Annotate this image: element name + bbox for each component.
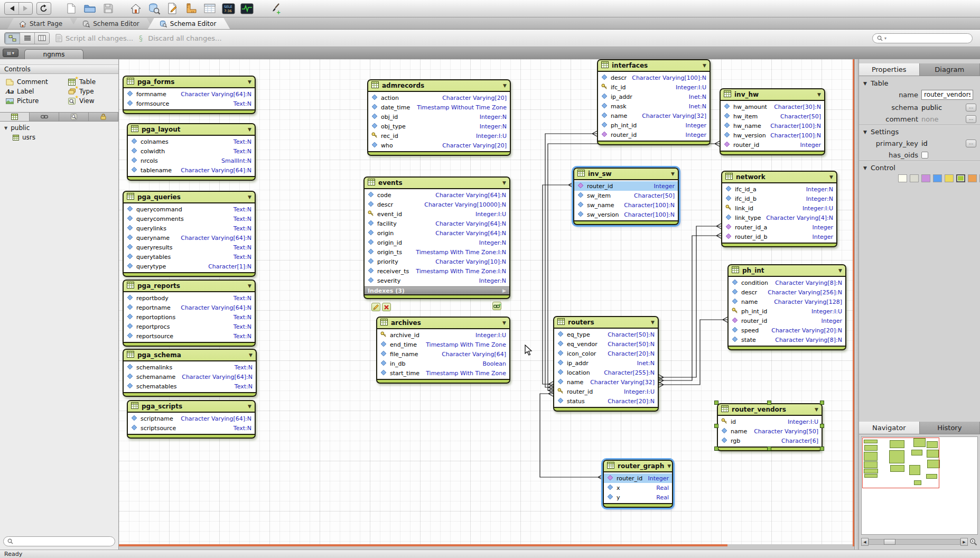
table-menu-caret-icon[interactable]: ▼ [248,127,251,132]
field-row-rec_id[interactable]: rec_idInteger:I:U [368,131,510,141]
field-row-name[interactable]: nameCharacter Varying[32] [554,377,658,387]
field-row-icon_color[interactable]: icon_colorCharacter[20]:N [554,349,658,358]
field-row-descr[interactable]: descrCharacter Varying[10000]:N [365,200,509,209]
delete-x-icon[interactable] [382,303,391,311]
entity-table-router_vendors[interactable]: router_vendors▼idInteger:I:UnameCharacte… [717,403,823,451]
field-row-router_id[interactable]: router_idInteger [729,316,845,326]
field-row-querytype[interactable]: querytypeCharacter[1]:N [124,262,255,271]
field-row-obj_id[interactable]: obj_idInteger:N [368,112,510,122]
field-row-status[interactable]: statusCharacter[20]:N [554,396,658,406]
collapse-triangle-icon[interactable]: ▼ [863,165,867,171]
tree-item-usrs[interactable]: usrs [13,134,35,141]
brush-add-icon[interactable]: + [267,2,282,15]
field-row-tablename[interactable]: tablenameCharacter Varying[64]:N [128,165,255,175]
field-row-ifc_id_a[interactable]: ifc_id_aInteger:N [722,184,836,194]
back-icon[interactable] [5,3,18,14]
field-row-origin[interactable]: originCharacter Varying[64]:N [365,228,509,238]
tree-item-public[interactable]: ▼ public [4,124,30,132]
palette-item-view[interactable]: ★ View [68,97,94,105]
field-row-severity[interactable]: severityInteger:N [365,276,509,285]
field-row-file_name[interactable]: file_nameCharacter Varying[64] [377,349,509,359]
add-reference-icon[interactable]: + [492,302,501,310]
table-menu-caret-icon[interactable]: ▼ [248,194,251,200]
field-row-facility[interactable]: facilityCharacter Varying[64]:N [365,219,509,228]
refresh-icon[interactable] [37,3,51,14]
section-settings[interactable]: ▼ Settings [863,128,899,136]
search-dropdown-caret[interactable]: ▾ [884,36,886,41]
field-row-reportoptions[interactable]: reportoptionsText:N [124,312,255,322]
table-header[interactable]: pga_layout▼ [128,124,255,135]
field-row-schemalinks[interactable]: schemalinksText:N [124,362,256,372]
field-row-schemaname[interactable]: schemanameCharacter Varying[64]:N [124,372,256,382]
field-row-querycomments[interactable]: querycommentsText:N [124,214,255,224]
field-row-colnames[interactable]: colnamesText:N [128,137,255,146]
field-row-querycommand[interactable]: querycommandText:N [124,204,255,214]
entity-table-ph_int[interactable]: ph_int▼conditionCharacter Varying[8]:Nde… [727,264,846,350]
database-search-icon[interactable] [147,2,162,15]
columns-view-icon[interactable] [34,33,49,44]
color-swatch-5[interactable] [956,174,965,182]
field-row-state[interactable]: stateCharacter Varying[8]:N [729,335,845,345]
table-header[interactable]: network▼ [722,172,836,182]
entity-table-pga_scripts[interactable]: pga_scripts▼scriptnameCharacter Varying[… [127,400,256,439]
field-row-x[interactable]: xReal [604,483,672,492]
entity-table-pga_forms[interactable]: pga_forms▼formnameCharacter Varying[64]:… [123,76,256,114]
field-row-link_id[interactable]: link_idInteger:I:U [722,203,836,213]
design-ruler-icon[interactable] [184,2,199,15]
toolbar-search-input[interactable]: ▾ [872,33,973,43]
field-row-queryname[interactable]: querynameCharacter Varying[64]:N [124,233,255,243]
table-header[interactable]: ph_int▼ [729,265,845,276]
field-row-mask[interactable]: maskInet:N [598,101,710,111]
field-row-obj_type[interactable]: obj_typeInteger:N [368,122,510,131]
field-row-router_id[interactable]: router_idInteger [598,130,710,140]
entity-table-pga_reports[interactable]: pga_reports▼reportbodyText:NreportnameCh… [123,280,256,347]
field-row-reportname[interactable]: reportnameCharacter Varying[64]:N [124,303,255,312]
field-row-sw_version[interactable]: sw_versionCharacter[100]:N [574,210,678,219]
field-row-archive_id[interactable]: archive_idInteger:I:U [377,330,509,340]
selection-handle[interactable] [714,401,718,405]
selection-handle[interactable] [767,447,771,451]
color-swatch-0[interactable] [898,174,907,182]
selection-handle[interactable] [714,424,718,428]
field-row-schematables[interactable]: schematablesText:N [124,382,256,391]
color-swatch-1[interactable] [910,174,919,182]
field-row-ip_addr[interactable]: ip_addrInet:N [554,358,658,368]
table-menu-caret-icon[interactable]: ▼ [503,83,507,88]
entity-table-inv_hw[interactable]: inv_hw▼hw_amountCharacter[30]:Nhw_itemCh… [720,88,825,155]
home-icon[interactable] [128,2,143,15]
field-row-name[interactable]: nameCharacter Varying[50] [718,426,822,436]
field-row-who[interactable]: whoCharacter Varying[20] [368,141,510,150]
field-row-sw_name[interactable]: sw_nameCharacter[100]:N [574,200,678,210]
table-header[interactable]: pga_scripts▼ [128,401,255,412]
table-menu-caret-icon[interactable]: ▼ [667,463,671,469]
discard-all-changes-button[interactable]: § Discard all changes... [138,34,221,42]
expand-arrow-icon[interactable]: ▶ [502,288,506,293]
table-header[interactable]: pga_queries▼ [124,192,255,202]
schema-ellipsis-button[interactable]: ... [966,104,976,111]
field-row-sw_item[interactable]: sw_itemCharacter[50] [574,191,678,200]
has-oids-checkbox[interactable] [921,152,928,159]
field-row-id[interactable]: idInteger:I:U [718,417,822,426]
references-tab-icon[interactable] [30,113,59,121]
field-row-scriptname[interactable]: scriptnameCharacter Varying[64]:N [128,414,255,423]
field-row-ifc_id[interactable]: ifc_idInteger:I:U [598,82,710,92]
color-swatch-3[interactable] [933,174,942,182]
field-row-reportbody[interactable]: reportbodyText:N [124,293,255,303]
field-row-receiver_ts[interactable]: receiver_tsTimestamp With Time Zone:I:N [365,266,509,276]
field-row-origin_ts[interactable]: origin_tsTimestamp With Time Zone:I:N [365,247,509,257]
field-row-ph_int_id[interactable]: ph_int_idInteger [598,120,710,130]
entity-table-events[interactable]: events▼codeCharacter Varying[64]:NdescrC… [363,176,510,299]
table-header[interactable]: pga_forms▼ [124,77,255,87]
table-menu-caret-icon[interactable]: ▼ [817,92,821,97]
field-row-scriptsource[interactable]: scriptsourceText:N [128,423,255,433]
open-folder-icon[interactable] [82,2,97,15]
entity-table-pga_layout[interactable]: pga_layout▼colnamesText:NcolwidthText:Nn… [127,123,256,181]
field-row-router_id_b[interactable]: router_id_bInteger [722,232,836,241]
edit-pencil-icon[interactable] [371,303,380,311]
document-menu-icon[interactable]: ▤▾ [3,49,18,57]
save-icon[interactable] [101,2,116,15]
scroll-left-icon[interactable]: ◀ [861,538,869,546]
table-menu-caret-icon[interactable]: ▼ [502,180,506,185]
tab-start-page[interactable]: Start Page [7,18,76,29]
table-menu-caret-icon[interactable]: ▼ [502,320,506,326]
